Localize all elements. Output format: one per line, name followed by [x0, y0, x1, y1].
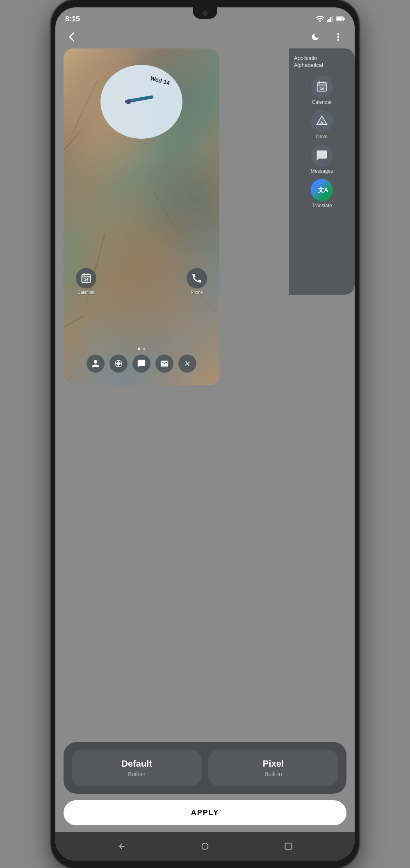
page-dot-2: [143, 348, 145, 350]
nav-home-button[interactable]: [196, 837, 214, 855]
svg-rect-2: [328, 19, 330, 22]
dock-gmail-icon[interactable]: [155, 355, 173, 373]
svg-rect-6: [344, 18, 345, 20]
svg-point-10: [337, 39, 339, 41]
clock-date: Wed 14: [150, 75, 171, 86]
nav-recents-button[interactable]: [279, 837, 297, 855]
svg-point-30: [202, 843, 208, 850]
svg-point-0: [319, 21, 321, 22]
drawer-messages-item[interactable]: Messages: [294, 144, 350, 174]
pixel-style-name: Pixel: [263, 758, 284, 769]
bottom-panel: Default Built-in Pixel Built-in: [64, 742, 346, 794]
app-drawer-header-line1: Applicatio: [294, 55, 350, 62]
app-drawer-header-line2: Alphabetical: [294, 62, 350, 69]
phone-label: Phone: [191, 290, 203, 295]
drawer-calendar-label: Calendar: [312, 99, 332, 105]
calendar-app-icon: 14: [76, 268, 96, 289]
apply-button[interactable]: APPLY: [64, 800, 346, 825]
moon-button[interactable]: [307, 29, 323, 45]
svg-text:14: 14: [84, 278, 88, 282]
preview-calendar-icon[interactable]: 14 Calendar: [76, 268, 96, 295]
page-dot-1: [138, 348, 140, 350]
drawer-translate-icon: 文A: [311, 179, 333, 201]
phone-preview: Wed 14: [64, 48, 219, 385]
wifi-icon: [316, 16, 324, 22]
svg-rect-1: [327, 20, 328, 22]
svg-rect-7: [336, 17, 342, 21]
default-style-option[interactable]: Default Built-in: [72, 750, 202, 786]
calendar-label: Calendar: [78, 290, 95, 295]
drawer-messages-label: Messages: [311, 168, 333, 174]
svg-rect-31: [285, 843, 292, 850]
clock-widget: Wed 14: [100, 65, 182, 139]
phone-frame: 8:15: [51, 0, 359, 868]
dock-messages-icon[interactable]: [132, 355, 150, 373]
svg-point-9: [337, 36, 339, 38]
phone-app-icon: [187, 268, 207, 289]
top-bar-center: [307, 29, 346, 45]
screen-inner: 8:15: [55, 7, 355, 861]
more-menu-button[interactable]: [330, 29, 346, 45]
clock-face: [117, 85, 166, 118]
app-drawer-header: Applicatio Alphabetical: [294, 55, 350, 69]
back-button[interactable]: [64, 29, 80, 45]
svg-point-22: [187, 363, 188, 364]
battery-icon: [336, 16, 345, 22]
status-time: 8:15: [65, 15, 80, 23]
drawer-calendar-item[interactable]: 14 Calendar: [294, 76, 350, 105]
phone-screen: 8:15: [55, 7, 355, 861]
top-bar: [55, 25, 355, 48]
camera-dot: [203, 11, 207, 16]
page-dots: [138, 348, 145, 350]
default-style-sub: Built-in: [128, 771, 146, 777]
notch: [193, 7, 217, 19]
svg-point-8: [337, 33, 339, 35]
clock-center: [126, 99, 131, 104]
status-icons: [316, 16, 345, 22]
svg-point-17: [117, 362, 120, 365]
signal-icon: [327, 16, 333, 22]
nav-bar: [55, 832, 355, 861]
nav-back-button[interactable]: [113, 837, 131, 855]
dock-pinwheel-icon[interactable]: [178, 355, 196, 373]
svg-text:14: 14: [320, 86, 324, 90]
drawer-messages-icon: [311, 144, 333, 167]
preview-phone-icon[interactable]: Phone: [187, 268, 207, 295]
apply-label: APPLY: [191, 808, 219, 817]
dock-contacts-icon[interactable]: [87, 355, 105, 373]
dock-chrome-icon[interactable]: [109, 355, 128, 373]
drawer-drive-label: Drive: [316, 134, 328, 140]
preview-wallpaper: Wed 14: [64, 48, 219, 385]
drawer-drive-item[interactable]: Drive: [294, 110, 350, 140]
svg-text:文A: 文A: [318, 186, 328, 193]
svg-rect-3: [330, 17, 331, 22]
dock-row: [64, 355, 219, 373]
app-drawer: Applicatio Alphabetical 14: [289, 48, 355, 295]
pixel-style-option[interactable]: Pixel Built-in: [208, 750, 338, 786]
drawer-translate-label: Translate: [312, 203, 332, 208]
default-style-name: Default: [121, 758, 152, 769]
drawer-translate-item[interactable]: 文A Translate: [294, 179, 350, 208]
pixel-style-sub: Built-in: [264, 771, 282, 777]
svg-rect-4: [332, 16, 333, 22]
preview-area: Wed 14: [55, 48, 355, 735]
drawer-calendar-icon: 14: [311, 76, 333, 98]
drawer-drive-icon: [311, 110, 333, 132]
